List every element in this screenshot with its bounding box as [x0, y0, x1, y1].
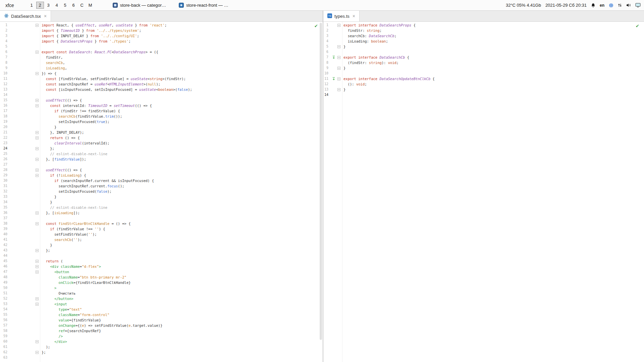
fold-gutter: [36, 114, 40, 119]
fold-icon[interactable]: [36, 22, 40, 28]
fold-icon[interactable]: [36, 130, 40, 135]
fold-icon[interactable]: [36, 98, 40, 103]
code-text: onClick={findStrCLearBtnClkHandle}: [40, 280, 131, 285]
code-editor-datasearch[interactable]: 1import React, { useEffect, useRef, useS…: [0, 22, 323, 362]
fold-icon[interactable]: [337, 22, 341, 28]
task-store-back[interactable]: store-back — categor…: [109, 2, 169, 8]
code-line: 22 return () => {: [0, 135, 323, 140]
clock[interactable]: 2021-05-29 Сб 20:31: [545, 3, 587, 8]
workspace-button-c[interactable]: C: [78, 2, 86, 9]
code-editor-types[interactable]: 1export interface DataSearchProps {2 fin…: [323, 22, 644, 362]
fold-icon[interactable]: [36, 167, 40, 173]
workspace-button-3[interactable]: 3: [45, 2, 52, 9]
fold-icon[interactable]: [36, 350, 40, 355]
fold-icon[interactable]: [337, 87, 341, 92]
fold-gutter: [36, 317, 40, 323]
fold-gutter: [36, 199, 40, 205]
workspace-button-1[interactable]: 1: [28, 2, 36, 9]
code-line: 29 if (!isLoading) {: [0, 173, 323, 178]
code-text: searchCb(findStrValue.trim());: [40, 114, 122, 119]
fold-icon[interactable]: [36, 258, 40, 264]
code-text: import { TimeoutID } from '../../types/s…: [40, 28, 141, 33]
gutter-mark-space: [331, 39, 336, 44]
code-line: 37: [0, 216, 323, 221]
fold-icon[interactable]: [36, 264, 40, 269]
code-text: );: [40, 344, 50, 350]
fold-icon[interactable]: [36, 210, 40, 216]
code-text: searchCb('');: [40, 237, 82, 242]
fold-icon[interactable]: [36, 269, 40, 275]
code-text: className="btn btn-primary mr-2": [40, 275, 126, 280]
scrollbar-thumb[interactable]: [320, 23, 322, 340]
line-number: 29: [0, 173, 7, 178]
fold-icon[interactable]: [36, 135, 40, 140]
line-number: 5: [0, 44, 7, 49]
fold-icon[interactable]: [36, 248, 40, 253]
code-text: return () => {: [40, 135, 80, 140]
line-number: 12: [323, 81, 328, 87]
fold-icon[interactable]: [36, 173, 40, 178]
fold-icon[interactable]: [36, 146, 40, 151]
inspections-ok-icon[interactable]: ✔: [636, 23, 639, 28]
code-text: }: [40, 124, 56, 130]
code-line: 19 setIsInputFocused(true);: [0, 119, 323, 124]
task-store-react-front[interactable]: store-react-front — …: [175, 2, 232, 8]
network-globe-icon[interactable]: [609, 3, 613, 8]
line-number: 9: [323, 65, 328, 71]
fold-icon[interactable]: [36, 103, 40, 108]
applications-menu[interactable]: xfce: [0, 3, 19, 8]
code-text: </button>: [40, 296, 73, 301]
code-line: 26 }, [findStrValue]);: [0, 157, 323, 162]
fold-icon[interactable]: [36, 157, 40, 162]
code-line: 41 searchCb('');: [0, 237, 323, 242]
workspace-button-m[interactable]: M: [87, 2, 94, 9]
line-number: 61: [0, 344, 7, 350]
code-line: 52 </button>: [0, 296, 323, 301]
line-number: 7: [0, 55, 7, 60]
notifications-bell-icon[interactable]: [591, 3, 595, 8]
fold-gutter: [337, 60, 341, 65]
workspace-button-5[interactable]: 5: [61, 2, 69, 9]
fold-gutter: [36, 87, 40, 92]
implemented-icon[interactable]: [331, 55, 336, 60]
fold-icon[interactable]: [337, 55, 341, 60]
close-tab-icon[interactable]: ×: [352, 13, 355, 19]
line-number: 16: [0, 103, 7, 108]
workspace-button-2[interactable]: 2: [36, 2, 44, 9]
close-tab-icon[interactable]: ×: [43, 13, 47, 19]
network-traffic-arrows-icon[interactable]: [618, 3, 622, 7]
keyboard-layout-indicator[interactable]: en: [600, 3, 604, 8]
fold-icon[interactable]: [337, 76, 341, 81]
workspace-button-6[interactable]: 6: [70, 2, 77, 9]
inspections-ok-icon[interactable]: ✔: [314, 23, 318, 28]
tab-types-ts[interactable]: TS types.ts ×: [323, 11, 360, 21]
gutter-mark-space: [331, 22, 336, 28]
fold-icon[interactable]: [36, 71, 40, 76]
code-text: <button: [40, 269, 69, 275]
tab-datasearch-tsx[interactable]: DataSearch.tsx ×: [0, 11, 51, 21]
code-line: 10}) => {: [0, 71, 323, 76]
volume-icon[interactable]: [626, 3, 631, 7]
fold-icon[interactable]: [36, 301, 40, 307]
vertical-scrollbar[interactable]: [320, 23, 322, 357]
fold-icon[interactable]: [36, 339, 40, 344]
fold-icon[interactable]: [337, 44, 341, 49]
implemented-icon[interactable]: [331, 76, 336, 81]
code-text: export const DataSearch: React.FC<DataSe…: [40, 49, 158, 55]
fold-gutter: [36, 76, 40, 81]
code-line: 62};: [0, 350, 323, 355]
fold-icon[interactable]: [36, 221, 40, 226]
code-line: 21 }, INPUT_DELAY);: [0, 130, 323, 135]
fold-icon[interactable]: [36, 296, 40, 301]
workspace-button-4[interactable]: 4: [53, 2, 61, 9]
fold-gutter: [36, 65, 40, 71]
line-number: 59: [0, 334, 7, 339]
fold-icon[interactable]: [337, 65, 341, 71]
code-line: 12 (): void;: [323, 81, 644, 87]
code-text: searchCb: DataSearchCb;: [341, 33, 396, 39]
line-number: 34: [0, 199, 7, 205]
display-icon[interactable]: [635, 3, 641, 7]
code-line: 12 const searchInputRef = useRef<HTMLInp…: [0, 81, 323, 87]
fold-icon[interactable]: [36, 49, 40, 55]
line-number: 27: [0, 162, 7, 167]
